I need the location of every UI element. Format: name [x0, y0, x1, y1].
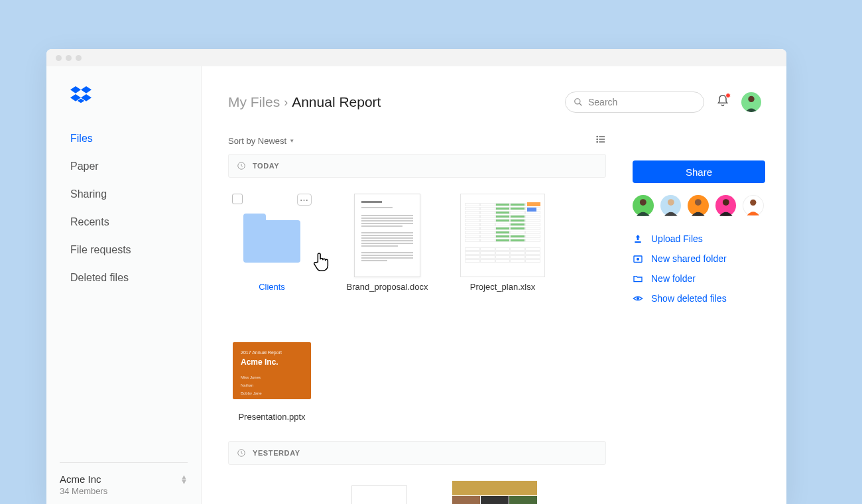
sort-label: Sort by Newest	[228, 136, 286, 146]
search-placeholder: Search	[588, 97, 617, 107]
sort-dropdown[interactable]: Sort by Newest ▼	[228, 136, 294, 146]
breadcrumb: My Files › Annual Report	[228, 94, 381, 110]
avatar[interactable]	[743, 195, 764, 216]
cursor-hand-icon	[312, 251, 332, 276]
sidebar-item-deleted-files[interactable]: Deleted files	[70, 264, 201, 292]
list-icon	[595, 134, 606, 145]
breadcrumb-current: Annual Report	[292, 94, 381, 110]
action-label: Show deleted files	[651, 293, 727, 304]
avatar[interactable]	[660, 195, 682, 216]
file-item-psd[interactable]: THE WORLD IS OURS Acme_inc_moodboard.psd	[452, 481, 537, 504]
moodboard-thumb: THE WORLD IS OURS	[452, 481, 537, 504]
file-item-doc[interactable]: Brand_proposal.docx	[345, 194, 430, 293]
pres-title: Acme Inc.	[241, 357, 303, 367]
sidebar-nav: Files Paper Sharing Recents File request…	[46, 125, 201, 292]
file-label: Clients	[259, 281, 285, 293]
sketch-thumb	[351, 485, 407, 504]
moodboard-text: THE WORLD IS OURS	[481, 496, 509, 504]
section-label: TODAY	[253, 162, 279, 170]
file-grid-today: ⋯ Clients	[228, 178, 606, 441]
svg-point-7	[597, 139, 597, 139]
file-label: Brand_proposal.docx	[347, 281, 428, 293]
sidebar-item-paper[interactable]: Paper	[70, 153, 201, 180]
dropbox-logo-icon[interactable]	[46, 85, 201, 125]
pres-subtitle: 2017 Annual Report	[241, 350, 303, 355]
file-item-sheet[interactable]: Project_plan.xlsx	[460, 194, 545, 293]
chevron-right-icon: ›	[284, 95, 288, 109]
file-label: Presentation.pptx	[238, 411, 305, 423]
svg-line-1	[580, 103, 582, 106]
section-header-yesterday: YESTERDAY	[228, 441, 606, 465]
window-control-minimize[interactable]	[66, 55, 72, 61]
header-tools: Search	[565, 92, 761, 113]
svg-point-20	[640, 199, 646, 206]
notifications-button[interactable]	[716, 94, 729, 110]
share-button[interactable]: Share	[633, 160, 765, 183]
section-label: YESTERDAY	[253, 449, 300, 457]
view-list-button[interactable]	[595, 134, 606, 147]
eye-icon	[633, 293, 643, 304]
sidebar-footer: Acme Inc ▲▼ 34 Members	[46, 462, 201, 504]
selector-arrows-icon: ▲▼	[180, 475, 188, 484]
action-show-deleted[interactable]: Show deleted files	[633, 293, 764, 304]
action-new-shared-folder[interactable]: New shared folder	[633, 253, 764, 264]
file-label: Project_plan.xlsx	[470, 281, 535, 293]
title-bar	[46, 49, 786, 66]
upload-icon	[633, 233, 643, 244]
file-item-image[interactable]: Cover_image.jpg	[221, 481, 306, 504]
action-upload-files[interactable]: Upload Files	[633, 233, 764, 244]
file-more-button[interactable]: ⋯	[297, 194, 312, 206]
pres-bullet: Joshua James	[241, 399, 303, 405]
folder-icon	[633, 273, 643, 284]
sidebar-item-file-requests[interactable]: File requests	[70, 236, 201, 264]
chevron-down-icon: ▼	[289, 138, 294, 144]
shared-folder-icon	[633, 253, 643, 264]
folder-icon	[243, 220, 300, 263]
file-checkbox[interactable]	[232, 194, 243, 204]
section-header-today: TODAY	[228, 154, 606, 178]
svg-point-26	[637, 258, 639, 260]
pres-bullet: Bobby Jane	[241, 391, 303, 396]
sidebar-item-sharing[interactable]: Sharing	[70, 180, 201, 208]
team-name-label: Acme Inc	[60, 473, 101, 485]
svg-point-27	[637, 298, 639, 300]
right-pane: Share Upload Files	[633, 113, 786, 504]
pres-bullet: Nathan	[241, 383, 303, 388]
svg-point-23	[723, 199, 729, 206]
avatar[interactable]	[633, 195, 654, 216]
header: My Files › Annual Report Search	[202, 66, 786, 113]
presentation-thumb: 2017 Annual Report Acme Inc. Miss Jones …	[233, 342, 311, 399]
action-label: Upload Files	[651, 233, 703, 244]
clock-icon	[237, 161, 246, 170]
action-new-folder[interactable]: New folder	[633, 273, 764, 284]
search-input[interactable]: Search	[565, 92, 704, 113]
window-control-close[interactable]	[56, 55, 62, 61]
file-grid-yesterday: Cover_image.jpg Design_mock.sketch	[228, 465, 606, 504]
avatar[interactable]	[688, 195, 709, 216]
sidebar-item-recents[interactable]: Recents	[70, 208, 201, 236]
clock-icon	[237, 448, 246, 458]
user-avatar[interactable]	[741, 92, 761, 112]
breadcrumb-root[interactable]: My Files	[228, 94, 280, 110]
file-item-folder[interactable]: ⋯ Clients	[229, 194, 314, 293]
app-window: Files Paper Sharing Recents File request…	[46, 49, 786, 504]
pres-bullet: Miss Jones	[241, 375, 303, 380]
team-members-label: 34 Members	[60, 486, 188, 496]
sheet-thumb	[460, 194, 545, 277]
sidebar-item-files[interactable]: Files	[70, 125, 201, 153]
svg-point-8	[597, 141, 597, 142]
doc-thumb	[354, 194, 420, 277]
collaborator-avatars	[633, 183, 764, 233]
search-icon	[574, 97, 583, 107]
file-item-presentation[interactable]: 2017 Annual Report Acme Inc. Miss Jones …	[229, 324, 314, 423]
file-item-sketch[interactable]: Design_mock.sketch	[337, 481, 422, 504]
window-control-zoom[interactable]	[76, 55, 82, 61]
svg-point-6	[597, 136, 597, 137]
avatar[interactable]	[715, 195, 737, 216]
svg-point-24	[751, 200, 757, 206]
action-label: New folder	[651, 273, 696, 284]
team-selector[interactable]: Acme Inc ▲▼	[60, 473, 188, 485]
right-actions: Upload Files New shared folder New folde…	[633, 233, 764, 304]
content: Sort by Newest ▼ TODAY	[202, 113, 633, 504]
svg-point-21	[667, 199, 674, 206]
